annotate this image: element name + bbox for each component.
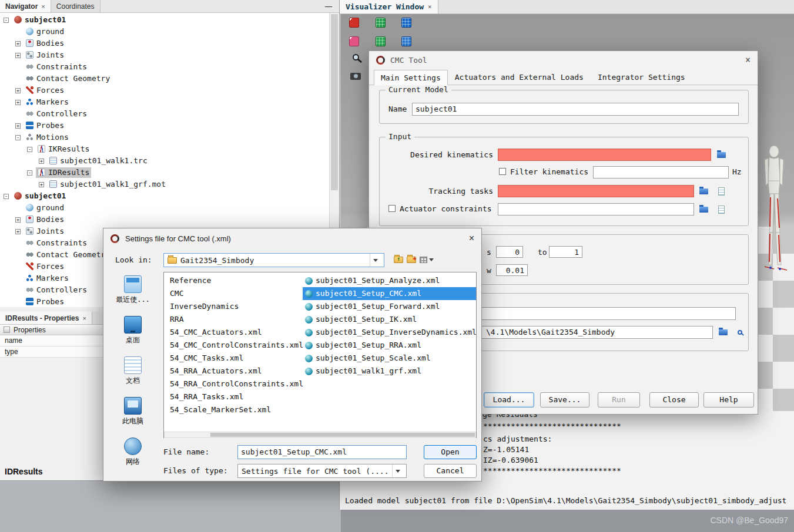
preview-search-icon[interactable]: [733, 326, 746, 338]
edit-file-icon[interactable]: [715, 203, 728, 216]
expand-icon[interactable]: +: [39, 159, 44, 164]
tab-actuators-external-loads[interactable]: Actuators and External Loads: [448, 69, 591, 85]
browse-folder-icon[interactable]: [715, 149, 728, 161]
save-button[interactable]: Save...: [540, 392, 589, 408]
green-cube-view-icon[interactable]: [376, 18, 386, 28]
expand-icon[interactable]: +: [15, 88, 21, 93]
cancel-button[interactable]: Cancel: [424, 464, 477, 478]
file-item[interactable]: InverseDynamics: [167, 300, 306, 313]
tree-item-body[interactable]: Bodies: [24, 38, 66, 49]
tree-item-body[interactable]: subject01_walk1_grf.mot: [48, 179, 167, 190]
tree-item-body[interactable]: IKResults: [36, 144, 91, 154]
tree-item-body[interactable]: Joints: [24, 50, 66, 60]
tree-item-body[interactable]: IDResults: [36, 167, 91, 178]
green-cube-view2-icon[interactable]: [376, 36, 386, 46]
tracking-tasks-field[interactable]: [498, 185, 694, 197]
tree-item-motions[interactable]: -Motions: [0, 132, 329, 143]
expand-icon[interactable]: +: [15, 100, 21, 105]
tree-item-ground[interactable]: ground: [0, 202, 329, 214]
tree-item-body[interactable]: ground: [24, 203, 66, 213]
file-item[interactable]: RRA: [167, 313, 306, 326]
minimize-icon[interactable]: —: [318, 0, 339, 12]
file-item[interactable]: subject01_Setup_InverseDynamics.xml: [303, 326, 477, 339]
tree-item-body[interactable]: subject01: [12, 15, 68, 25]
collapse-icon[interactable]: -: [4, 18, 9, 23]
file-item[interactable]: 54_RRA_Tasks.xml: [167, 390, 306, 403]
tree-item-ikresults[interactable]: -IKResults: [0, 143, 329, 155]
tree-item-forces[interactable]: +Forces: [0, 85, 329, 96]
file-item[interactable]: 54_CMC_Tasks.xml: [167, 352, 306, 365]
browse-folder-icon[interactable]: [716, 326, 729, 338]
tab-visualizer-window[interactable]: Visualizer Window ×: [340, 0, 438, 14]
file-list[interactable]: ReferenceCMCInverseDynamicsRRA54_CMC_Act…: [163, 272, 477, 438]
file-item[interactable]: 54_RRA_Actuators.xml: [167, 365, 306, 378]
edit-file-icon[interactable]: [715, 185, 728, 197]
expand-icon[interactable]: +: [15, 53, 21, 58]
expand-icon[interactable]: +: [15, 229, 21, 234]
close-icon[interactable]: ×: [41, 3, 45, 10]
close-icon[interactable]: ×: [745, 55, 751, 65]
look-in-combobox[interactable]: Gait2354_Simbody: [163, 253, 384, 267]
cmc-titlebar[interactable]: CMC Tool ×: [369, 51, 758, 69]
file-item[interactable]: 54_CMC_Actuators.xml: [167, 326, 306, 339]
tree-item-body[interactable]: Bodies: [24, 214, 66, 225]
load-button[interactable]: Load...: [484, 392, 534, 408]
file-list-hscrollbar[interactable]: [164, 432, 476, 438]
collapse-icon[interactable]: -: [27, 147, 32, 152]
place-item-1[interactable]: 桌面: [108, 316, 158, 356]
tree-item-subject01[interactable]: -subject01: [0, 14, 329, 26]
tree-item-body[interactable]: Contact Geometry: [24, 250, 112, 260]
tree-item-body[interactable]: Probes: [24, 120, 66, 131]
tab-integrator-settings[interactable]: Integrator Settings: [591, 69, 692, 85]
tree-item-subject01-walk1-grf-mot[interactable]: +subject01_walk1_grf.mot: [0, 179, 329, 190]
tree-item-idresults[interactable]: -IDResults: [0, 167, 329, 179]
collapse-icon[interactable]: -: [27, 170, 32, 176]
browse-folder-icon[interactable]: [697, 203, 710, 216]
actuator-constraints-checkbox[interactable]: [388, 205, 396, 212]
tree-item-probes[interactable]: +Probes: [0, 120, 329, 132]
tree-item-subject01[interactable]: -subject01: [0, 190, 329, 202]
file-item[interactable]: subject01_Setup_IK.xml: [303, 313, 477, 326]
tree-item-ground[interactable]: ground: [0, 26, 329, 38]
place-item-3[interactable]: 此电脑: [108, 397, 158, 437]
tree-item-body[interactable]: Markers: [24, 97, 71, 107]
time-to-field[interactable]: 1: [549, 246, 582, 258]
pink-cube-view-icon[interactable]: [349, 36, 359, 46]
tree-item-body[interactable]: subject01: [12, 191, 68, 201]
blue-cube-view2-icon[interactable]: [401, 36, 411, 46]
tab-main-settings[interactable]: Main Settings: [374, 70, 448, 85]
tree-item-body[interactable]: Probes: [24, 297, 66, 307]
place-item-2[interactable]: 文档: [108, 356, 158, 397]
help-button[interactable]: Help: [703, 392, 754, 408]
file-item[interactable]: subject01_Setup_RRA.xml: [303, 339, 477, 352]
tree-item-subject01-walk1-trc[interactable]: +subject01_walk1.trc: [0, 155, 329, 167]
filter-frequency-field[interactable]: [593, 166, 729, 179]
open-button[interactable]: Open: [424, 445, 477, 459]
tree-item-body[interactable]: Forces: [24, 261, 66, 272]
tree-item-body[interactable]: Controllers: [24, 285, 89, 295]
place-item-0[interactable]: 最近使...: [108, 275, 158, 316]
tree-item-bodies[interactable]: +Bodies: [0, 214, 329, 225]
file-item[interactable]: subject01_Setup_Analyze.xml: [303, 274, 477, 287]
tree-item-body[interactable]: Joints: [24, 226, 66, 237]
tab-navigator[interactable]: Navigator ×: [0, 0, 51, 12]
cmc-window-field[interactable]: 0.01: [496, 264, 528, 276]
scrollbar-thumb[interactable]: [210, 433, 475, 437]
browse-folder-icon[interactable]: [697, 185, 710, 197]
tree-item-body[interactable]: Constraints: [24, 62, 89, 72]
file-item[interactable]: subject01_walk1_grf.xml: [303, 365, 477, 378]
tree-item-contact-geometry[interactable]: Contact Geometry: [0, 73, 329, 85]
blue-cube-view-icon[interactable]: [401, 18, 411, 28]
file-item[interactable]: 54_CMC_ControlConstraints.xml: [167, 339, 306, 352]
tree-item-body[interactable]: Forces: [24, 85, 66, 96]
place-item-4[interactable]: 网络: [108, 437, 158, 478]
file-item[interactable]: subject01_Setup_CMC.xml: [303, 287, 477, 300]
expand-icon[interactable]: +: [15, 123, 21, 129]
tree-item-body[interactable]: Constraints: [24, 238, 89, 248]
close-icon[interactable]: ×: [469, 233, 474, 244]
file-item[interactable]: CMC: [167, 287, 306, 300]
tree-item-joints[interactable]: +Joints: [0, 49, 329, 61]
expand-icon[interactable]: +: [15, 41, 21, 46]
tree-item-body[interactable]: Controllers: [24, 109, 89, 119]
model-name-field[interactable]: subject01: [412, 103, 739, 116]
